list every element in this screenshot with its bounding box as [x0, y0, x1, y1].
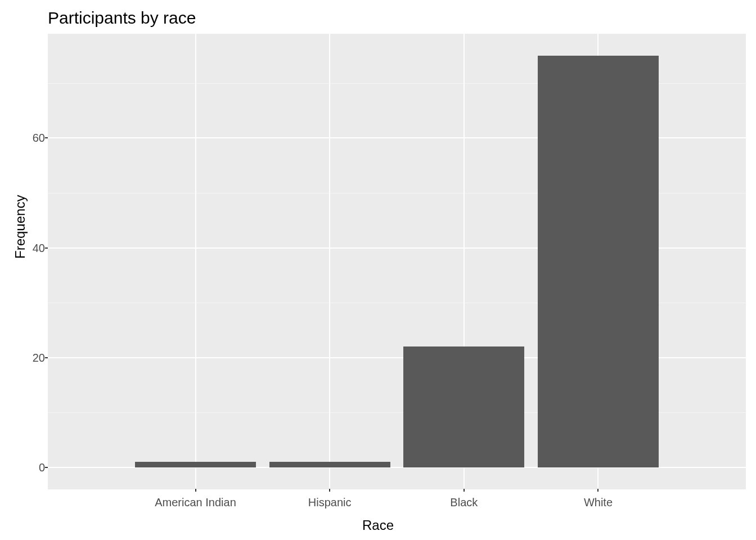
y-tick-label: 60: [33, 132, 45, 145]
y-tick-label: 40: [33, 241, 45, 254]
x-tick-label: White: [584, 496, 613, 509]
x-axis-label: Race: [362, 518, 394, 533]
bar: [403, 346, 524, 467]
gridline-v: [329, 34, 330, 489]
x-tick-mark: [329, 489, 330, 492]
x-tick-mark: [195, 489, 196, 492]
x-tick-mark: [464, 489, 465, 492]
gridline-v: [195, 34, 196, 489]
x-tick-label: Hispanic: [308, 496, 352, 509]
y-tick-mark: [45, 137, 48, 138]
y-axis-label: Frequency: [12, 195, 28, 259]
chart-title: Participants by race: [48, 8, 196, 28]
y-tick-label: 0: [39, 461, 45, 474]
bar: [135, 462, 256, 467]
x-tick-mark: [597, 489, 598, 492]
plot-area: [48, 34, 746, 489]
bar: [269, 462, 390, 467]
bar: [538, 56, 659, 467]
chart-container: Participants by race Frequency Race 0204…: [0, 0, 756, 540]
y-tick-mark: [45, 357, 48, 358]
y-tick-mark: [45, 467, 48, 468]
y-tick-mark: [45, 248, 48, 249]
y-tick-label: 20: [33, 351, 45, 364]
x-tick-label: American Indian: [155, 496, 236, 509]
x-tick-label: Black: [450, 496, 478, 509]
